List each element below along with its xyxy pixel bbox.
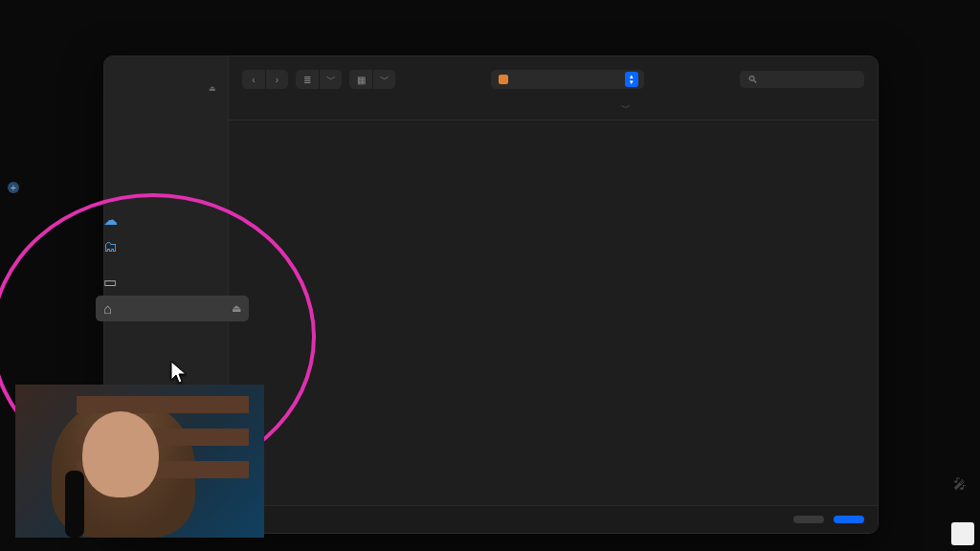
toolbar: ‹ › ≣ ﹀ ▦ ﹀ ▴▾ 🔍︎ <box>229 66 878 97</box>
search-icon: 🔍︎ <box>747 74 758 85</box>
webcam-overlay <box>15 385 264 538</box>
icon-view-button[interactable]: ▦ <box>349 70 372 89</box>
dialog-footer <box>229 505 878 533</box>
drive-chip-icon <box>499 75 508 84</box>
sidebar-item-downloads[interactable] <box>104 101 228 107</box>
bg-import-button[interactable]: + <box>8 182 25 193</box>
plus-icon: + <box>8 182 19 193</box>
sidebar-item-googledrive[interactable]: ⏏ <box>104 81 228 96</box>
col-date[interactable]: ﹀ <box>615 97 797 120</box>
zoom-item-mac[interactable]: ▭ <box>96 269 249 296</box>
zoom-item-shared[interactable]: 🗂︎ <box>96 233 249 259</box>
dialog-title <box>229 56 878 66</box>
eject-icon[interactable]: ⏏ <box>209 84 216 93</box>
chevron-down-icon: ﹀ <box>621 101 631 115</box>
forward-button[interactable]: › <box>265 70 288 89</box>
search-field[interactable]: 🔍︎ <box>740 71 864 88</box>
col-kind[interactable] <box>797 97 864 120</box>
path-dropdown[interactable]: ▴▾ <box>491 70 644 89</box>
back-button[interactable]: ‹ <box>242 70 265 89</box>
external-drive-icon: ⌂ <box>103 300 121 317</box>
nav-back-forward: ‹ › <box>242 70 288 89</box>
search-input[interactable] <box>764 74 857 85</box>
icon-view-chevron[interactable]: ﹀ <box>372 70 395 89</box>
eject-icon[interactable]: ⏏ <box>232 302 241 315</box>
cloud-icon: ☁ <box>103 211 121 229</box>
file-list <box>229 121 878 505</box>
watermark <box>951 522 974 545</box>
view-list-seg: ≣ ﹀ <box>296 70 342 89</box>
col-size[interactable] <box>548 97 615 120</box>
list-view-button[interactable]: ≣ <box>296 70 319 89</box>
laptop-icon: ▭ <box>103 274 121 291</box>
mic-icon[interactable]: 🎤︎ <box>953 476 967 492</box>
zoom-item-icloud[interactable]: ☁ <box>96 207 249 233</box>
list-view-chevron[interactable]: ﹀ <box>319 70 342 89</box>
dialog-main: ‹ › ≣ ﹀ ▦ ﹀ ▴▾ 🔍︎ ﹀ <box>229 56 878 533</box>
shared-folder-icon: 🗂︎ <box>103 238 121 254</box>
zoom-locations-label <box>96 259 249 269</box>
updown-icon: ▴▾ <box>625 72 638 87</box>
column-headers: ﹀ <box>229 97 878 121</box>
col-name[interactable] <box>242 97 548 120</box>
zoom-item-lacie[interactable]: ⌂ ⏏ <box>96 296 249 321</box>
cancel-button[interactable] <box>793 516 824 523</box>
view-icon-seg: ▦ ﹀ <box>349 70 395 89</box>
zoomed-sidebar: ☁ 🗂︎ ▭ ⌂ ⏏ <box>96 207 249 321</box>
import-button[interactable] <box>834 516 864 523</box>
